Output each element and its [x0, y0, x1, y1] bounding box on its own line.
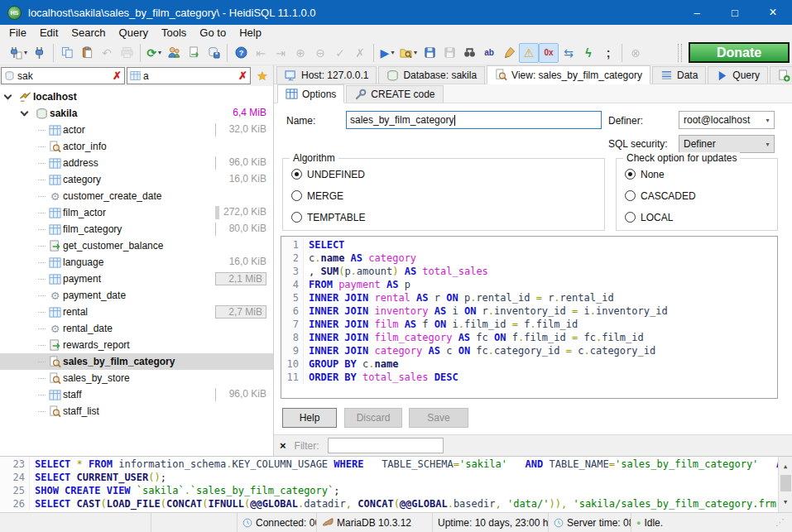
- menu-go-to[interactable]: Go to: [193, 26, 233, 40]
- idle-status-icon: ●: [636, 519, 641, 527]
- clear-database-filter-icon[interactable]: ✗: [113, 69, 122, 82]
- tree-item-rental[interactable]: rental2,7 MiB: [0, 304, 273, 320]
- expand-chevron-icon[interactable]: [21, 108, 29, 117]
- menu-file[interactable]: File: [2, 26, 33, 40]
- sql-security-dropdown[interactable]: Definer ▾: [679, 135, 775, 153]
- tree-item-staff_list[interactable]: staff_list: [0, 403, 273, 419]
- help-button[interactable]: Help: [282, 408, 337, 428]
- subtab-create-code[interactable]: CREATE code: [346, 85, 443, 103]
- tree-item-customer_create_date[interactable]: ⚙customer_create_date: [0, 188, 273, 204]
- dropdown-caret-icon[interactable]: ▾: [24, 49, 27, 56]
- scroll-up-icon[interactable]: ▲: [784, 457, 787, 475]
- scrollbar-thumb[interactable]: [780, 475, 791, 491]
- export-database-icon[interactable]: [184, 43, 204, 63]
- tree-item-rewards_report[interactable]: rewards_report: [0, 337, 273, 353]
- tree-item-get_customer_balance[interactable]: get_customer_balance: [0, 237, 273, 254]
- clear-table-filter-icon[interactable]: ✗: [238, 69, 247, 82]
- tree-item-category[interactable]: category16,0 KiB: [0, 171, 273, 188]
- radio-icon[interactable]: [291, 190, 302, 201]
- menu-help[interactable]: Help: [233, 26, 268, 40]
- copy-icon[interactable]: [57, 43, 77, 63]
- session-manager-icon[interactable]: ▾: [7, 43, 30, 63]
- tree-item-label: rewards_report: [63, 339, 130, 351]
- subtab-options[interactable]: Options: [277, 84, 344, 103]
- tab-host-127-0-0-1[interactable]: Host: 127.0.0.1: [276, 66, 377, 84]
- radio-check-option-none[interactable]: None: [625, 168, 777, 180]
- refresh-icon[interactable]: ⟳▾: [144, 43, 164, 63]
- view-name-input[interactable]: sales_by_film_category: [346, 111, 602, 129]
- tree-item-sales_by_store[interactable]: sales_by_store: [0, 370, 273, 386]
- close-button[interactable]: ×: [754, 0, 792, 25]
- tab-view-sales-by-film-category[interactable]: View: sales_by_film_category: [487, 65, 650, 84]
- maximize-button[interactable]: □: [716, 0, 754, 25]
- minimize-button[interactable]: –: [678, 0, 716, 25]
- donate-button[interactable]: Donate: [689, 42, 790, 63]
- menu-query[interactable]: Query: [113, 26, 155, 40]
- dropdown-caret-icon[interactable]: ▾: [158, 49, 161, 56]
- open-sql-file-icon[interactable]: ▾: [397, 43, 420, 63]
- hex-view-icon[interactable]: 0x: [539, 43, 559, 63]
- save-database-icon[interactable]: [204, 43, 223, 63]
- view-select-code-editor[interactable]: 1SELECT2c.name AS category3, SUM(p.amoun…: [281, 236, 778, 399]
- radio-icon[interactable]: [625, 212, 636, 223]
- favorites-filter-icon[interactable]: ★: [252, 69, 272, 84]
- tree-item-localhost[interactable]: localhost: [0, 89, 273, 105]
- tree-item-sales_by_film_category[interactable]: sales_by_film_category: [0, 353, 273, 370]
- query-profiler-icon[interactable]: ϟ: [578, 43, 598, 63]
- radio-algorithm-undefined[interactable]: UNDEFINED: [291, 168, 604, 180]
- reformat-sql-icon[interactable]: [499, 43, 519, 63]
- save-sql-icon[interactable]: [420, 43, 439, 63]
- table-filter-input[interactable]: a ✗: [127, 67, 251, 84]
- tab-new-query[interactable]: [770, 66, 792, 84]
- filter-input[interactable]: [328, 438, 444, 453]
- radio-algorithm-merge[interactable]: MERGE: [291, 189, 604, 202]
- tree-item-actor[interactable]: actor32,0 KiB: [0, 122, 273, 138]
- tree-item-rental_date[interactable]: ⚙rental_date: [0, 320, 273, 337]
- delimiter-icon[interactable]: ;: [598, 43, 618, 63]
- tab-database-sakila[interactable]: Database: sakila: [378, 66, 485, 84]
- tree-item-payment_date[interactable]: ⚙payment_date: [0, 287, 273, 304]
- tree-item-payment[interactable]: payment2,1 MiB: [0, 271, 273, 287]
- radio-check-option-local[interactable]: LOCAL: [625, 211, 777, 223]
- definer-combobox[interactable]: root@localhost ▾: [679, 111, 775, 129]
- radio-icon[interactable]: [291, 212, 302, 223]
- help-icon[interactable]: ?: [231, 43, 251, 63]
- code-text: ORDER BY total_sales DESC: [304, 371, 458, 384]
- dropdown-caret-icon[interactable]: ▾: [391, 49, 394, 56]
- explain-analyzer-icon[interactable]: ⇆: [559, 43, 578, 63]
- tree-item-actor_info[interactable]: actor_info: [0, 138, 273, 155]
- expand-chevron-icon[interactable]: [4, 92, 12, 100]
- menu-edit[interactable]: Edit: [33, 26, 65, 40]
- disconnect-icon[interactable]: [30, 43, 50, 63]
- radio-icon[interactable]: [625, 190, 636, 201]
- menu-tools[interactable]: Tools: [155, 26, 193, 40]
- replace-text-icon[interactable]: ab: [479, 43, 499, 63]
- tree-item-address[interactable]: address96,0 KiB: [0, 155, 273, 171]
- resize-grip-icon[interactable]: ⋰: [775, 517, 787, 528]
- menu-search[interactable]: Search: [65, 26, 112, 40]
- radio-check-option-cascaded[interactable]: CASCADED: [625, 189, 777, 202]
- scroll-down-icon[interactable]: ▼: [784, 494, 787, 512]
- tree-item-film_actor[interactable]: film_actor272,0 KiB: [0, 204, 273, 221]
- tree-item-film_category[interactable]: film_category80,0 KiB: [0, 221, 273, 237]
- code-line: 25SHOW CREATE VIEW `sakila`.`sales_by_fi…: [0, 484, 792, 497]
- radio-icon[interactable]: [291, 169, 302, 180]
- database-filter-input[interactable]: sak ✗: [1, 67, 125, 84]
- paste-icon[interactable]: [77, 43, 97, 63]
- tree-item-language[interactable]: language16,0 KiB: [0, 254, 273, 271]
- tab-data[interactable]: Data: [652, 66, 706, 84]
- radio-algorithm-temptable[interactable]: TEMPTABLE: [291, 211, 604, 223]
- window-title: localhost\sakila\sales_by_film_category\…: [28, 7, 316, 19]
- tab-query[interactable]: Query: [708, 66, 768, 84]
- log-scrollbar[interactable]: ▲ ▼: [778, 457, 792, 512]
- tree-item-staff[interactable]: staff96,0 KiB: [0, 386, 273, 403]
- user-manager-icon[interactable]: [164, 43, 184, 63]
- run-query-icon[interactable]: ▶▾: [377, 43, 397, 63]
- find-text-icon[interactable]: [459, 43, 479, 63]
- status-cell-server: MariaDB 10.3.12: [317, 513, 433, 532]
- bind-parameters-icon[interactable]: ⚠: [519, 43, 539, 63]
- close-filter-icon[interactable]: ×: [280, 439, 286, 452]
- radio-icon[interactable]: [625, 169, 636, 180]
- dropdown-caret-icon[interactable]: ▾: [414, 49, 417, 56]
- tree-item-sakila[interactable]: sakila6,4 MiB: [0, 105, 273, 122]
